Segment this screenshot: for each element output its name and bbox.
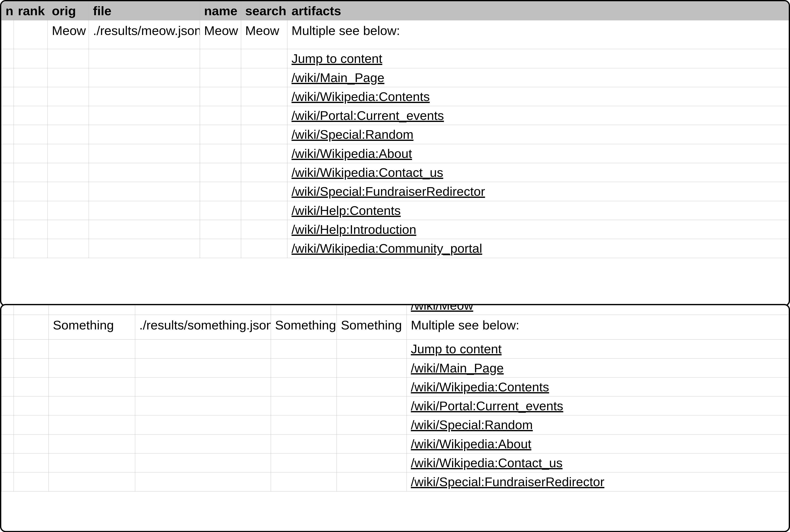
table-row: /wiki/Portal:Current_events: [1, 106, 789, 125]
artifact-link[interactable]: /wiki/Portal:Current_events: [411, 399, 563, 413]
cell-empty: [1, 182, 14, 201]
cell-empty: [89, 144, 200, 163]
cell-empty: [200, 106, 241, 125]
col-orig: orig: [48, 1, 89, 20]
cell-artifacts: /wiki/Main_Page: [287, 68, 789, 87]
artifact-link[interactable]: /wiki/Wikipedia:Contact_us: [411, 456, 562, 470]
artifact-link[interactable]: /wiki/Special:Random: [291, 127, 414, 141]
artifact-link[interactable]: /wiki/Help:Introduction: [291, 222, 416, 236]
cell-artifacts: /wiki/Help:Introduction: [287, 220, 789, 239]
artifact-link[interactable]: Jump to content: [411, 342, 502, 356]
artifact-link[interactable]: /wiki/Special:FundraiserRedirector: [291, 184, 485, 198]
col-search: search: [241, 1, 287, 20]
cell-artifacts: /wiki/Wikipedia:Contents: [287, 87, 789, 106]
artifact-link[interactable]: /wiki/Main_Page: [411, 361, 504, 375]
cell-orig: [49, 304, 135, 315]
cell-empty: [14, 239, 48, 258]
cell-empty: [1, 144, 14, 163]
cell-empty: [14, 415, 49, 434]
cell-empty: [1, 49, 14, 68]
table-row: /wiki/Special:Random: [1, 415, 790, 434]
cell-empty: [14, 68, 48, 87]
cell-artifacts: /wiki/Special:FundraiserRedirector: [287, 182, 789, 201]
cell-empty: [200, 49, 241, 68]
cell-empty: [89, 68, 200, 87]
cell-empty: [89, 220, 200, 239]
cell-empty: [89, 125, 200, 144]
cell-empty: [49, 415, 135, 434]
artifact-link[interactable]: /wiki/Special:Random: [411, 418, 533, 432]
table-header: n rank orig file name search artifacts: [1, 1, 789, 20]
cell-empty: [1, 453, 14, 472]
cell-artifacts: /wiki/Wikipedia:Community_portal: [287, 239, 789, 258]
cell-empty: [135, 397, 271, 415]
cell-empty: [337, 453, 407, 472]
cell-empty: [200, 163, 241, 182]
cell-name: Meow: [200, 20, 241, 49]
artifact-link[interactable]: /wiki/Special:FundraiserRedirector: [411, 475, 604, 489]
cell-artifacts: Jump to content: [407, 340, 790, 358]
cell-empty: [1, 163, 14, 182]
artifact-link[interactable]: /wiki/Wikipedia:Contents: [291, 90, 430, 103]
cell-empty: [14, 377, 49, 396]
cell-empty: [1, 397, 14, 415]
artifact-link[interactable]: /wiki/Main_Page: [291, 71, 384, 85]
cell-empty: [1, 340, 14, 358]
table-row: /wiki/Portal:Current_events: [1, 397, 790, 415]
cell-empty: [337, 434, 407, 453]
cell-empty: [241, 68, 287, 87]
table-row: /wiki/Wikipedia:About: [1, 144, 789, 163]
artifact-link[interactable]: /wiki/Wikipedia:Community_portal: [291, 241, 482, 255]
cell-empty: [337, 397, 407, 415]
cell-artifacts: /wiki/Help:Contents: [287, 201, 789, 220]
cell-empty: [48, 163, 89, 182]
col-artifacts: artifacts: [287, 1, 789, 20]
table-row: /wiki/Wikipedia:About: [1, 434, 790, 453]
table-body-top: Meow ./results/meow.json Meow Meow Multi…: [1, 20, 789, 258]
cell-empty: [135, 453, 271, 472]
cell-empty: [271, 340, 337, 358]
cell-empty: [241, 106, 287, 125]
cell-empty: [14, 87, 48, 106]
artifact-link[interactable]: /wiki/Wikipedia:Contents: [411, 380, 549, 394]
cell-empty: [135, 434, 271, 453]
cell-empty: [14, 182, 48, 201]
cell-empty: [271, 358, 337, 377]
cell-empty: [135, 340, 271, 358]
cell-empty: [89, 163, 200, 182]
cell-empty: [200, 182, 241, 201]
artifact-link[interactable]: /wiki/Meow: [411, 304, 473, 312]
col-name: name: [200, 1, 241, 20]
cell-empty: [1, 377, 14, 396]
cell-artifacts: /wiki/Wikipedia:Contact_us: [287, 163, 789, 182]
artifact-link[interactable]: /wiki/Wikipedia:Contact_us: [291, 165, 443, 179]
cell-empty: [241, 163, 287, 182]
cell-empty: [135, 358, 271, 377]
col-file: file: [89, 1, 200, 20]
cell-empty: [241, 144, 287, 163]
artifact-link[interactable]: /wiki/Wikipedia:About: [411, 437, 531, 451]
artifact-link[interactable]: Jump to content: [291, 52, 382, 65]
cell-orig: Meow: [48, 20, 89, 49]
cell-artifacts: /wiki/Special:FundraiserRedirector: [407, 472, 790, 491]
cell-empty: [135, 472, 271, 491]
artifact-link[interactable]: /wiki/Portal:Current_events: [291, 108, 444, 122]
cell-empty: [1, 358, 14, 377]
cell-empty: [14, 453, 49, 472]
cell-empty: [48, 220, 89, 239]
cell-empty: [14, 163, 48, 182]
cell-name: Something: [271, 315, 337, 340]
cell-empty: [1, 415, 14, 434]
table-row: /wiki/Wikipedia:Contact_us: [1, 453, 790, 472]
cell-name: [271, 304, 337, 315]
cell-empty: [135, 415, 271, 434]
cell-empty: [48, 125, 89, 144]
cell-empty: [200, 68, 241, 87]
cell-empty: [271, 397, 337, 415]
artifact-link[interactable]: /wiki/Help:Contents: [291, 203, 401, 217]
cell-empty: [1, 239, 14, 258]
cell-empty: [1, 201, 14, 220]
cell-empty: [200, 201, 241, 220]
cell-empty: [48, 106, 89, 125]
artifact-link[interactable]: /wiki/Wikipedia:About: [291, 147, 412, 160]
